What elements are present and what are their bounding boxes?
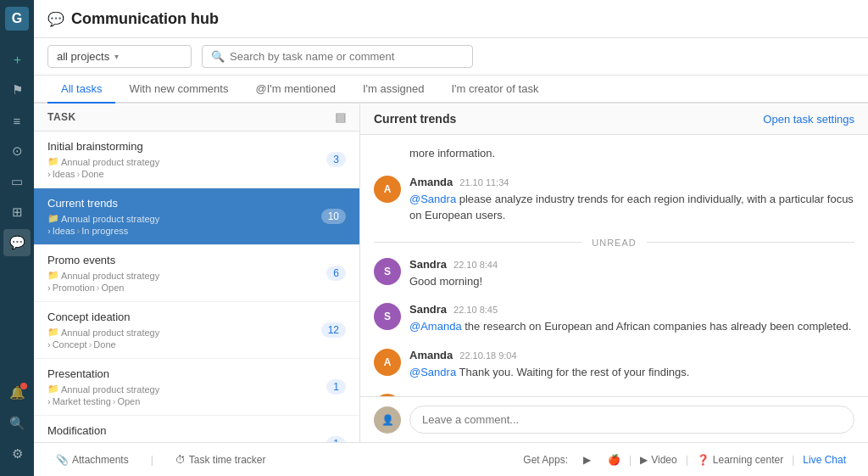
main-content: 💬 Communication hub all projects ▾ 🔍 All… xyxy=(34,0,868,476)
left-navigation: G ＋ ⚑ ≡ ⊙ ▭ ⊞ 💬 🔔 🔍 ⚙ xyxy=(0,0,34,476)
apple-store-button[interactable]: 🍎 xyxy=(599,454,629,466)
chevron-right-icon: › xyxy=(47,283,51,293)
help-icon: ❓ xyxy=(697,454,709,466)
apple-icon: 🍎 xyxy=(608,454,620,466)
task-path: › Ideas › In progress xyxy=(47,226,346,236)
avatar: A xyxy=(374,394,401,396)
task-item-initial-brainstorming[interactable]: Initial brainstorming 📁 Annual product s… xyxy=(34,132,359,188)
task-item-presentation[interactable]: Presentation 📁 Annual product strategy ›… xyxy=(34,359,359,416)
folder-icon: 📁 xyxy=(47,327,59,338)
body-split: Task ▤ Initial brainstorming 📁 Annual pr… xyxy=(34,104,868,442)
chevron-right-icon: › xyxy=(47,169,51,179)
folder-icon: 📁 xyxy=(47,156,59,167)
footer: 📎 Attachments | ⏱ Task time tracker Get … xyxy=(34,442,868,476)
folder-icon: 📁 xyxy=(47,440,59,442)
play-icon: ▶ xyxy=(583,454,591,466)
task-breadcrumb: 📁 Annual product strategy xyxy=(47,384,346,395)
task-item-concept-ideation[interactable]: Concept ideation 📁 Annual product strate… xyxy=(34,302,359,359)
project-select[interactable]: all projects ▾ xyxy=(47,45,192,68)
video-icon: ▶ xyxy=(640,454,648,466)
chat-title: Current trends xyxy=(374,112,456,126)
message-time: 22.10 8:44 xyxy=(453,260,498,270)
avatar: A xyxy=(374,349,401,376)
chevron-right-icon: › xyxy=(47,396,51,406)
comment-input[interactable] xyxy=(409,406,854,434)
live-chat-button[interactable]: Live Chat xyxy=(794,454,854,466)
timer-icon: ⏱ xyxy=(175,454,186,466)
task-path: › Ideas › Done xyxy=(47,169,346,179)
folder-icon: 📁 xyxy=(47,270,59,281)
mention: @Amanda xyxy=(409,320,462,333)
tab-creator[interactable]: I'm creator of task xyxy=(437,76,552,104)
nav-icon-settings[interactable]: ⚙ xyxy=(3,440,31,468)
chat-message-sandra-1: S Sandra 22.10 8:44 Good morning! xyxy=(374,258,854,290)
task-badge: 6 xyxy=(326,266,346,281)
task-list-header: Task ▤ xyxy=(34,104,359,132)
nav-icon-bell[interactable]: 🔔 xyxy=(3,379,31,406)
nav-icon-flag[interactable]: ⚑ xyxy=(3,76,31,104)
nav-icon-list[interactable]: ≡ xyxy=(3,107,31,134)
tab-new-comments[interactable]: With new comments xyxy=(115,76,242,104)
video-button[interactable]: ▶ Video xyxy=(632,454,685,466)
chat-message-amanda-2: A Amanda 22.10.18 9:04 @Sandra Thank you… xyxy=(374,349,854,381)
task-breadcrumb: 📁 Annual product strategy xyxy=(47,213,346,224)
chat-messages: more information. A Amanda 21.10 11:34 @… xyxy=(360,135,868,396)
toolbar: all projects ▾ 🔍 xyxy=(34,38,868,76)
nav-icon-chat[interactable]: 💬 xyxy=(3,229,31,256)
task-column-label: Task xyxy=(47,111,76,123)
chevron-down-icon: ▾ xyxy=(114,52,119,61)
task-path: › Promotion › Open xyxy=(47,283,346,293)
chat-panel: Current trends Open task settings more i… xyxy=(360,104,868,442)
header: 💬 Communication hub xyxy=(34,0,868,38)
time-tracker-button[interactable]: ⏱ Task time tracker xyxy=(167,454,275,466)
tab-mentioned[interactable]: @I'm mentioned xyxy=(242,76,348,104)
attachments-button[interactable]: 📎 Attachments xyxy=(47,454,137,466)
task-name: Concept ideation xyxy=(47,311,346,323)
task-item-current-trends[interactable]: Current trends 📁 Annual product strategy… xyxy=(34,188,359,245)
nav-icon-search[interactable]: 🔍 xyxy=(3,410,31,437)
task-badge: 12 xyxy=(321,322,346,338)
page-title: Communication hub xyxy=(71,10,219,28)
filter-icon[interactable]: ▤ xyxy=(335,110,347,124)
folder-icon: 📁 xyxy=(47,213,59,224)
chat-message-amanda-1: A Amanda 21.10 11:34 @Sandra please anal… xyxy=(374,176,854,224)
task-name: Current trends xyxy=(47,197,346,210)
tab-all-tasks[interactable]: All tasks xyxy=(47,76,115,104)
learning-center-button[interactable]: ❓ Learning center xyxy=(688,454,792,466)
message-author: Sandra xyxy=(409,258,447,271)
unread-label: UNREAD xyxy=(592,238,636,248)
task-breadcrumb: 📁 Annual product strategy xyxy=(47,440,346,442)
chat-input-area: 👤 xyxy=(360,396,868,442)
task-path: › Concept › Done xyxy=(47,339,346,350)
task-list-body: Initial brainstorming 📁 Annual product s… xyxy=(34,132,359,442)
message-time: 22.10 8:45 xyxy=(453,305,498,315)
task-badge: 10 xyxy=(321,209,346,224)
task-name: Promo events xyxy=(47,254,346,266)
search-input[interactable] xyxy=(230,50,464,63)
task-name: Initial brainstorming xyxy=(47,140,346,153)
mention: @Sandra xyxy=(409,193,456,205)
task-badge: 3 xyxy=(326,152,346,167)
search-bar: 🔍 xyxy=(202,45,473,68)
message-time: 22.10.18 9:04 xyxy=(459,350,516,361)
message-time: 22.10. 9:30 xyxy=(459,395,506,396)
message-author: Amanda xyxy=(409,349,453,361)
nav-icon-grid[interactable]: ⊞ xyxy=(3,199,31,226)
avatar: S xyxy=(374,258,401,285)
task-list: Task ▤ Initial brainstorming 📁 Annual pr… xyxy=(34,104,360,442)
footer-right: Get Apps: ▶ 🍎 | ▶ Video | ❓ Learning cen… xyxy=(516,454,854,466)
task-item-promo-events[interactable]: Promo events 📁 Annual product strategy ›… xyxy=(34,245,359,302)
app-logo[interactable]: G xyxy=(5,7,29,31)
tab-assigned[interactable]: I'm assigned xyxy=(349,76,438,104)
task-item-modification[interactable]: Modification 📁 Annual product strategy ›… xyxy=(34,416,359,442)
task-badge: 1 xyxy=(326,379,346,395)
nav-icon-file[interactable]: ▭ xyxy=(3,168,31,195)
play-store-button[interactable]: ▶ xyxy=(575,454,599,466)
message-text: @Sandra please analyze industry trends f… xyxy=(409,191,854,224)
nav-icon-clock[interactable]: ⊙ xyxy=(3,137,31,165)
open-task-settings-button[interactable]: Open task settings xyxy=(763,113,854,126)
task-name: Presentation xyxy=(47,367,346,380)
nav-icon-plus[interactable]: ＋ xyxy=(3,46,31,73)
avatar: A xyxy=(374,176,401,203)
avatar: S xyxy=(374,303,401,330)
